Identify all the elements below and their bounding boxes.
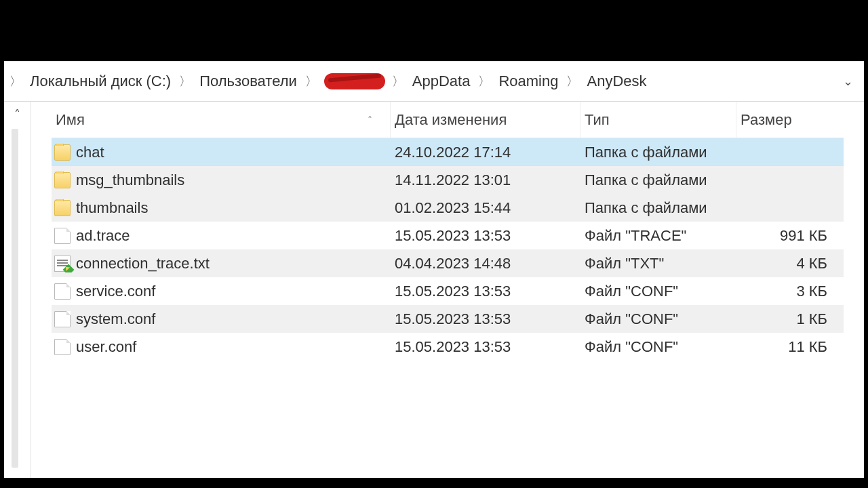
file-icon [54,283,71,300]
file-name-label: service.conf [76,283,155,300]
file-size-cell: 11 КБ [736,338,831,356]
file-name-cell: ad.trace [52,227,391,245]
chevron-right-icon: 〉 [300,73,323,89]
file-type-cell: Файл "TXT" [580,255,736,272]
column-header-type-label: Тип [585,111,610,129]
file-type-cell: Файл "TRACE" [580,227,736,245]
file-icon [54,311,71,327]
file-size-cell: 1 КБ [736,310,831,328]
file-row[interactable]: chat24.10.2022 17:14Папка с файлами [52,138,844,166]
file-date-cell: 15.05.2023 13:53 [391,310,580,328]
breadcrumb-appdata[interactable]: AppData [410,73,473,90]
column-headers: Имя ˄ Дата изменения Тип Размер [52,102,844,138]
file-rows: chat24.10.2022 17:14Папка с файламиmsg_t… [52,138,844,361]
breadcrumb-users[interactable]: Пользователи [197,73,300,90]
file-name-label: msg_thumbnails [76,171,184,189]
file-date-cell: 01.02.2023 15:44 [391,199,580,217]
file-type-cell: Файл "CONF" [580,283,736,300]
file-type-cell: Папка с файлами [580,144,736,161]
breadcrumb-roaming[interactable]: Roaming [496,73,561,90]
window-bottom-blackbar [0,478,868,488]
explorer-window: 〉 Локальный диск (C:) 〉 Пользователи 〉 〉… [4,61,864,478]
file-type-cell: Папка с файлами [580,199,736,217]
file-row[interactable]: ad.trace15.05.2023 13:53Файл "TRACE"991 … [52,222,844,249]
column-header-date-label: Дата изменения [395,111,507,129]
address-dropdown-icon[interactable]: ⌄ [843,74,853,89]
file-type-cell: Папка с файлами [580,171,736,189]
chevron-right-icon: 〉 [561,73,584,89]
file-name-label: system.conf [76,310,155,328]
file-name-cell: chat [52,144,391,161]
file-size-cell: 4 КБ [736,255,831,272]
nav-scrollbar[interactable] [12,129,18,468]
file-date-cell: 14.11.2022 13:01 [391,171,580,189]
file-row[interactable]: system.conf15.05.2023 13:53Файл "CONF"1 … [52,305,844,333]
file-date-cell: 15.05.2023 13:53 [391,227,580,245]
file-icon [54,228,71,244]
file-name-cell: user.conf [52,338,391,356]
nav-tree-sliver: ˄ [4,102,31,478]
file-date-cell: 15.05.2023 13:53 [391,338,580,356]
column-header-size-label: Размер [741,111,792,129]
breadcrumb-drive[interactable]: Локальный диск (C:) [27,73,174,90]
file-row[interactable]: connection_trace.txt04.04.2023 14:48Файл… [52,249,844,277]
window-right-blackbar [864,61,868,478]
file-date-cell: 04.04.2023 14:48 [391,255,580,272]
file-list-pane: Имя ˄ Дата изменения Тип Размер chat24.1… [31,102,864,478]
sort-indicator-icon: ˄ [368,115,372,125]
column-header-date[interactable]: Дата изменения [391,102,580,138]
file-type-cell: Файл "CONF" [580,310,736,328]
file-name-cell: connection_trace.txt [52,255,391,272]
file-date-cell: 24.10.2022 17:14 [391,144,580,161]
file-row[interactable]: msg_thumbnails14.11.2022 13:01Папка с фа… [52,166,844,194]
address-bar[interactable]: 〉 Локальный диск (C:) 〉 Пользователи 〉 〉… [4,61,864,102]
file-row[interactable]: thumbnails01.02.2023 15:44Папка с файлам… [52,194,844,222]
file-name-cell: service.conf [52,283,391,300]
chevron-right-icon: 〉 [387,73,410,89]
window-top-blackbar [0,0,868,61]
file-row[interactable]: user.conf15.05.2023 13:53Файл "CONF"11 К… [52,333,844,361]
breadcrumb-redacted-user[interactable] [324,73,385,89]
file-type-cell: Файл "CONF" [580,338,736,356]
text-file-icon [54,256,71,272]
folder-icon [54,200,71,216]
file-name-label: chat [76,144,104,161]
file-name-label: user.conf [76,338,136,356]
file-name-label: connection_trace.txt [76,255,210,272]
column-header-type[interactable]: Тип [580,102,736,138]
file-name-label: thumbnails [76,199,148,217]
chevron-up-icon[interactable]: ˄ [14,107,20,122]
file-icon [54,339,71,355]
file-name-label: ad.trace [76,227,130,245]
file-name-cell: thumbnails [52,199,391,217]
file-date-cell: 15.05.2023 13:53 [391,283,580,300]
breadcrumb-anydesk[interactable]: AnyDesk [584,73,649,90]
chevron-right-icon: 〉 [174,73,197,89]
chevron-right-icon: 〉 [473,73,496,89]
file-size-cell: 991 КБ [736,227,831,245]
folder-icon [54,144,71,161]
column-header-name[interactable]: Имя ˄ [52,102,391,138]
file-row[interactable]: service.conf15.05.2023 13:53Файл "CONF"3… [52,277,844,305]
chevron-right-icon: 〉 [4,73,27,89]
file-size-cell: 3 КБ [736,283,831,300]
column-header-name-label: Имя [56,111,85,129]
file-name-cell: system.conf [52,310,391,328]
folder-icon [54,172,71,188]
column-header-size[interactable]: Размер [736,102,831,138]
file-name-cell: msg_thumbnails [52,171,391,189]
